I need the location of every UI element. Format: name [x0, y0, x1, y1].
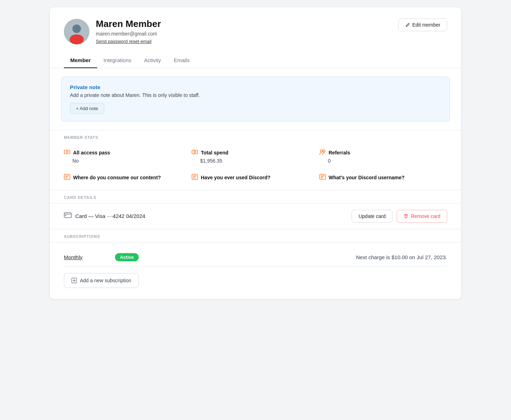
- stat-referrals: Referrals 0: [319, 149, 447, 164]
- add-subscription-icon: [71, 278, 77, 283]
- card-details-row: Card — Visa ····4242 04/2024 Update card…: [50, 203, 461, 229]
- member-card: Maren Member maren.member@gmail.com Send…: [50, 7, 461, 299]
- stat-label-access: All access pass: [73, 150, 110, 156]
- card-number-info: Card — Visa ····4242 04/2024: [75, 213, 145, 219]
- subscriptions-label: SUBSCRIPTIONS: [50, 229, 461, 242]
- avatar: [64, 19, 89, 44]
- edit-member-label: Edit member: [412, 22, 440, 28]
- update-card-button[interactable]: Update card: [352, 210, 392, 223]
- stat-discord-username: What's your Discord username?: [319, 174, 447, 181]
- card-details-label: CARD DETAILS: [50, 190, 461, 203]
- svg-point-1: [72, 24, 81, 33]
- stat-label-referrals: Referrals: [329, 150, 350, 156]
- stat-icon-discord-username: [319, 174, 326, 181]
- subscriptions-section: Monthly Active Next charge is $10.00 on …: [50, 242, 461, 299]
- remove-card-label: Remove card: [411, 213, 440, 219]
- add-subscription-label: Add a new subscription: [80, 278, 131, 283]
- subscription-name[interactable]: Monthly: [64, 254, 106, 260]
- stat-value-referrals: 0: [319, 158, 447, 164]
- next-charge-text: Next charge is $10.00 on Jul 27, 2023.: [356, 254, 447, 260]
- stat-all-access-pass: All access pass No: [64, 149, 192, 164]
- tab-member[interactable]: Member: [64, 53, 97, 68]
- card-actions: Update card Remove card: [352, 210, 447, 223]
- member-header: Maren Member maren.member@gmail.com Send…: [50, 7, 461, 53]
- member-name: Maren Member: [96, 18, 161, 29]
- stat-icon-access: [64, 149, 70, 157]
- private-note-title: Private note: [70, 84, 441, 90]
- stat-icon-referrals: [319, 149, 326, 157]
- active-badge: Active: [115, 253, 139, 261]
- svg-point-6: [320, 150, 323, 152]
- svg-point-2: [70, 34, 84, 44]
- add-note-button[interactable]: + Add note: [70, 103, 104, 114]
- remove-card-button[interactable]: Remove card: [397, 210, 447, 223]
- stat-used-discord: Have you ever used Discord?: [192, 174, 319, 181]
- stat-total-spend: Total spend $1,956.35: [192, 149, 319, 164]
- tabs-bar: Member Integrations Activity Emails: [50, 53, 461, 68]
- svg-rect-12: [65, 215, 66, 216]
- stat-consume-content: Where do you consume our content?: [64, 174, 192, 181]
- tab-emails[interactable]: Emails: [167, 53, 196, 68]
- private-note-section: Private note Add a private note about Ma…: [61, 77, 450, 121]
- header-info: Maren Member maren.member@gmail.com Send…: [96, 18, 161, 44]
- tab-activity[interactable]: Activity: [138, 53, 167, 68]
- stat-label-discord-username: What's your Discord username?: [329, 175, 405, 180]
- stat-value-spend: $1,956.35: [192, 158, 319, 164]
- member-email: maren.member@gmail.com: [96, 31, 161, 37]
- stats-grid: All access pass No Total spend $1,956.35: [50, 143, 461, 190]
- add-subscription-button[interactable]: Add a new subscription: [64, 273, 139, 288]
- stat-label-consume: Where do you consume our content?: [73, 175, 161, 180]
- svg-point-7: [323, 150, 325, 152]
- svg-point-5: [194, 151, 196, 153]
- header-left: Maren Member maren.member@gmail.com Send…: [64, 18, 161, 44]
- stat-value-access: No: [64, 158, 192, 164]
- private-note-description: Add a private note about Maren. This is …: [70, 92, 441, 98]
- tab-integrations[interactable]: Integrations: [97, 53, 138, 68]
- stat-icon-spend: [192, 149, 198, 157]
- member-stats-label: MEMBER STATS: [50, 130, 461, 143]
- stat-icon-consume: [64, 174, 70, 181]
- edit-member-button[interactable]: Edit member: [399, 18, 447, 31]
- pencil-icon: [405, 22, 410, 27]
- card-info: Card — Visa ····4242 04/2024: [64, 212, 145, 220]
- credit-card-icon: [64, 212, 72, 220]
- stat-icon-discord: [192, 174, 198, 181]
- subscription-row: Monthly Active Next charge is $10.00 on …: [64, 248, 447, 267]
- reset-password-link[interactable]: Send password reset email: [96, 39, 152, 44]
- stat-label-discord: Have you ever used Discord?: [201, 175, 270, 180]
- stat-label-spend: Total spend: [201, 150, 229, 156]
- svg-rect-4: [192, 150, 198, 154]
- trash-icon: [403, 214, 408, 219]
